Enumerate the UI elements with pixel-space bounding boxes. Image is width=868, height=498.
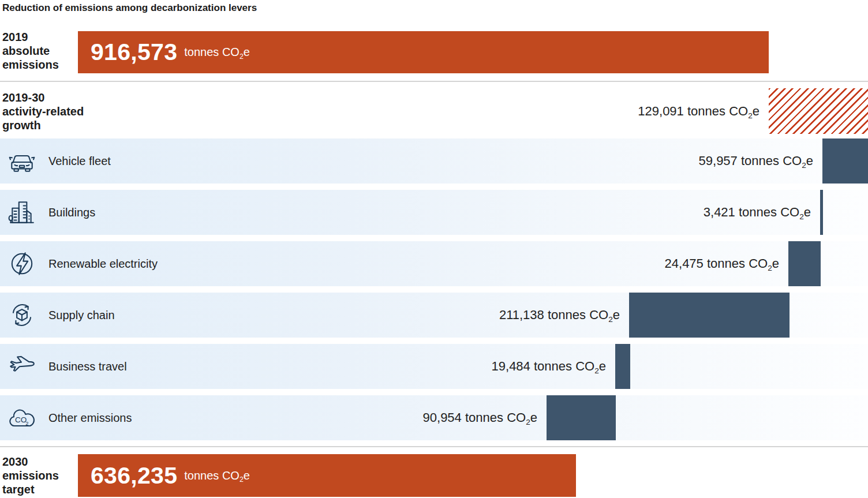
unit-label: tonnes CO2e bbox=[184, 46, 250, 59]
airplane-icon bbox=[8, 352, 36, 381]
category-label: Business travel bbox=[48, 360, 127, 373]
car-icon bbox=[8, 147, 36, 175]
value-business-travel: 19,484tonnes CO2e bbox=[492, 359, 606, 374]
value-activity-growth: 129,091tonnes CO2e bbox=[638, 104, 760, 119]
bar-business-travel bbox=[615, 344, 630, 389]
category-label: Vehicle fleet bbox=[48, 155, 111, 168]
unit-label: tonnes CO2e bbox=[707, 256, 779, 271]
lightning-icon bbox=[8, 249, 36, 278]
category-label: Supply chain bbox=[48, 309, 115, 322]
bar-2019-absolute-emissions: 916,573 tonnes CO2e bbox=[78, 31, 769, 73]
value-number: 636,235 bbox=[91, 462, 177, 489]
buildings-icon bbox=[8, 198, 36, 227]
value-number: 3,421 bbox=[704, 205, 735, 219]
row-2030-emissions-target: 636,235 tonnes CO2e bbox=[0, 454, 868, 497]
bar-other-emissions bbox=[547, 395, 616, 440]
row-buildings: Buildings 3,421tonnes CO2e bbox=[0, 190, 868, 235]
waterfall-chart: Reduction of emissions among decarboniza… bbox=[0, 0, 868, 498]
separator-line bbox=[0, 446, 868, 447]
bar-supply-chain bbox=[629, 293, 790, 338]
value-number: 19,484 bbox=[492, 359, 530, 373]
unit-label: tonnes CO2e bbox=[741, 153, 813, 168]
bar-renewable-electricity bbox=[788, 241, 821, 286]
row-supply-chain: Supply chain 211,138tonnes CO2e bbox=[0, 293, 868, 338]
bar-vehicle-fleet bbox=[822, 138, 868, 184]
bar-activity-growth bbox=[769, 88, 868, 134]
value-number: 129,091 bbox=[638, 104, 684, 118]
chart-title: Reduction of emissions among decarboniza… bbox=[2, 2, 257, 14]
row-other-emissions: CO 2 Other emissions 90,954tonnes CO2e bbox=[0, 395, 868, 440]
unit-label: tonnes CO2e bbox=[184, 469, 250, 482]
value-buildings: 3,421tonnes CO2e bbox=[704, 205, 811, 220]
value-number: 24,475 bbox=[665, 256, 704, 271]
row-activity-growth: 129,091tonnes CO2e bbox=[0, 88, 868, 134]
value-number: 916,573 bbox=[91, 39, 177, 66]
category-label: Renewable electricity bbox=[48, 257, 158, 271]
bar-buildings bbox=[820, 190, 823, 235]
value-other-emissions: 90,954tonnes CO2e bbox=[423, 410, 537, 425]
category-label: Buildings bbox=[48, 206, 95, 219]
row-vehicle-fleet: Vehicle fleet 59,957tonnes CO2e bbox=[0, 138, 868, 184]
value-supply-chain: 211,138tonnes CO2e bbox=[499, 308, 620, 323]
value-vehicle-fleet: 59,957tonnes CO2e bbox=[699, 153, 813, 169]
row-renewable-electricity: Renewable electricity 24,475tonnes CO2e bbox=[0, 241, 868, 286]
value-number: 59,957 bbox=[699, 153, 738, 168]
svg-text:2: 2 bbox=[25, 421, 28, 426]
supply-chain-icon bbox=[8, 301, 36, 329]
unit-label: tonnes CO2e bbox=[687, 104, 760, 118]
value-number: 211,138 bbox=[499, 308, 544, 322]
separator-line bbox=[0, 81, 868, 82]
row-business-travel: Business travel 19,484tonnes CO2e bbox=[0, 344, 868, 389]
value-renewable-electricity: 24,475tonnes CO2e bbox=[665, 256, 779, 271]
unit-label: tonnes CO2e bbox=[548, 308, 620, 322]
bar-2030-emissions-target: 636,235 tonnes CO2e bbox=[78, 454, 576, 497]
unit-label: tonnes CO2e bbox=[739, 205, 811, 219]
unit-label: tonnes CO2e bbox=[465, 410, 537, 425]
value-number: 90,954 bbox=[423, 410, 462, 425]
row-2019-absolute-emissions: 916,573 tonnes CO2e bbox=[0, 31, 868, 73]
unit-label: tonnes CO2e bbox=[534, 359, 606, 373]
category-label: Other emissions bbox=[48, 411, 132, 425]
co2-cloud-icon: CO 2 bbox=[8, 403, 36, 432]
